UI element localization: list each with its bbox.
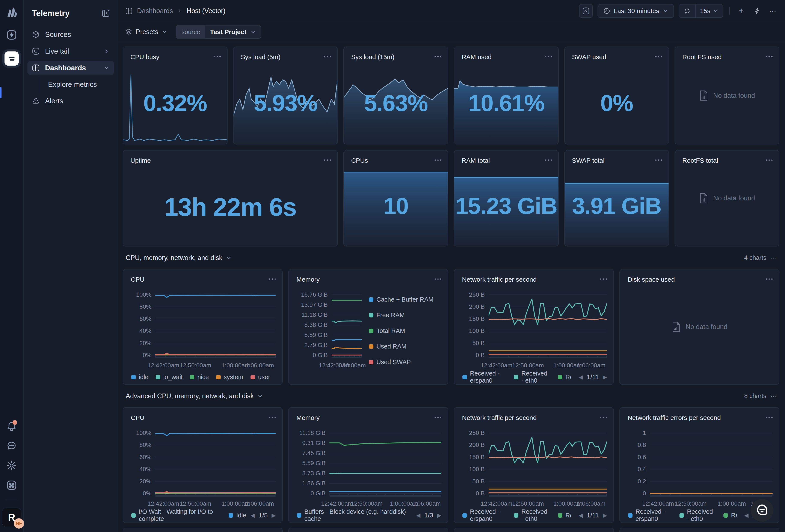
panel-view-button[interactable] xyxy=(579,4,593,18)
chart-plot[interactable] xyxy=(329,432,441,497)
legend-item[interactable]: Received - eth0 xyxy=(514,508,551,522)
theme-sun-icon[interactable] xyxy=(6,460,17,471)
chart-card[interactable]: CPU0%20%40%60%80%100%12:42:00am12:50:00a… xyxy=(123,407,283,523)
stat-card[interactable]: Sys load (15m)5.63% xyxy=(344,47,448,144)
legend-prev-button[interactable]: ◀ xyxy=(251,512,255,519)
add-panel-button[interactable]: + xyxy=(736,5,747,17)
card-menu-button[interactable] xyxy=(434,414,441,418)
legend-next-button[interactable]: ▶ xyxy=(437,512,441,519)
card-menu-button[interactable] xyxy=(766,53,773,57)
card-menu-button[interactable] xyxy=(545,53,552,57)
legend-item[interactable]: I/O Wait - Waiting for I/O to complete xyxy=(131,508,221,522)
legend-item[interactable]: Received - eth0 xyxy=(514,370,551,384)
section-title[interactable]: CPU, memory, network, and disk xyxy=(126,254,232,262)
legend-item[interactable]: Received xyxy=(724,512,737,519)
avatar[interactable]: R NF xyxy=(2,508,21,527)
legend-item[interactable]: system xyxy=(216,374,244,381)
stat-card[interactable]: Uptime13h 22m 6s xyxy=(123,150,338,246)
chart-card[interactable]: Network traffic per second0 B50 B100 B15… xyxy=(454,407,614,523)
card-menu-button[interactable] xyxy=(766,414,773,418)
presets-dropdown[interactable]: Presets xyxy=(125,28,167,36)
card-menu-button[interactable] xyxy=(434,157,441,161)
card-menu-button[interactable] xyxy=(655,157,662,161)
rail-item-live-events[interactable] xyxy=(4,28,19,42)
stat-card[interactable]: Sys load (5m)5.93% xyxy=(233,47,338,144)
legend-item[interactable]: Received xyxy=(558,512,572,519)
chart-card[interactable]: Memory0 GiB1.86 GiB3.73 GiB5.59 GiB7.45 … xyxy=(288,407,448,523)
legend-item[interactable]: Received - erspan0 xyxy=(462,508,507,522)
stat-card[interactable]: SWAP total3.91 GiB xyxy=(564,150,669,246)
card-menu-button[interactable] xyxy=(655,53,662,57)
chart-card[interactable]: Memory0 GiB2.79 GiB5.59 GiB8.38 GiB11.18… xyxy=(288,269,448,385)
source-filter[interactable]: source Test Project xyxy=(176,25,261,39)
card-menu-button[interactable] xyxy=(434,276,441,280)
chart-plot[interactable] xyxy=(488,432,607,497)
card-menu-button[interactable] xyxy=(324,157,331,161)
legend-item[interactable]: Used SWAP xyxy=(369,358,441,366)
chart-plot[interactable] xyxy=(650,432,773,497)
stat-card[interactable]: RAM total15.23 GiB xyxy=(454,150,559,246)
help-chat-button[interactable] xyxy=(751,499,774,522)
section-title[interactable]: Advanced CPU, memory, network, and disk xyxy=(126,392,263,400)
card-menu-button[interactable] xyxy=(766,276,773,280)
feedback-chat-icon[interactable] xyxy=(6,440,17,451)
more-options-button[interactable]: ⋯ xyxy=(767,5,779,17)
chart-plot[interactable] xyxy=(332,294,362,358)
stat-card[interactable]: CPUs10 xyxy=(344,150,448,246)
stat-card[interactable]: RAM used10.61% xyxy=(454,47,559,144)
section-menu-button[interactable]: ⋯ xyxy=(770,254,777,262)
legend-item[interactable]: Received - erspan0 xyxy=(628,508,672,522)
refresh-interval-select[interactable]: 15s xyxy=(696,4,723,17)
legend-item[interactable]: Received - erspan0 xyxy=(462,370,507,384)
card-menu-button[interactable] xyxy=(324,53,331,57)
legend-prev-button[interactable]: ◀ xyxy=(579,512,583,519)
chart-plot[interactable] xyxy=(488,294,607,358)
legend-item[interactable]: Used RAM xyxy=(369,343,441,350)
chart-card[interactable]: Network traffic per second0 B50 B100 B15… xyxy=(454,269,614,385)
card-menu-button[interactable] xyxy=(214,53,221,57)
legend-item[interactable]: Received - eth0 xyxy=(680,508,716,522)
legend-prev-button[interactable]: ◀ xyxy=(744,512,749,519)
chart-card[interactable]: CPU0%20%40%60%80%100%12:42:00am12:50:00a… xyxy=(123,269,283,385)
chart-card[interactable]: Disk space usedNo data found xyxy=(619,269,779,385)
legend-item[interactable]: user xyxy=(251,374,270,381)
card-menu-button[interactable] xyxy=(269,414,276,418)
legend-prev-button[interactable]: ◀ xyxy=(579,374,583,380)
chart-plot[interactable] xyxy=(155,432,276,497)
chart-plot[interactable] xyxy=(155,294,276,358)
command-shortcuts-icon[interactable] xyxy=(6,480,17,491)
legend-item[interactable]: Buffers - Block device (e.g. harddisk) c… xyxy=(297,508,409,522)
legend-prev-button[interactable]: ◀ xyxy=(416,512,421,519)
card-menu-button[interactable] xyxy=(766,157,773,161)
legend-item[interactable]: nice xyxy=(190,374,209,381)
collapse-sidebar-icon[interactable] xyxy=(101,8,110,18)
legend-next-button[interactable]: ▶ xyxy=(603,374,607,380)
card-menu-button[interactable] xyxy=(600,276,607,280)
stat-card[interactable]: Root FS usedNo data found xyxy=(675,47,779,144)
legend-item[interactable]: Total RAM xyxy=(369,327,441,335)
legend-item[interactable]: Free RAM xyxy=(369,312,441,319)
breadcrumb-root[interactable]: Dashboards xyxy=(137,7,173,15)
card-menu-button[interactable] xyxy=(434,53,441,57)
section-menu-button[interactable]: ⋯ xyxy=(770,393,777,400)
card-menu-button[interactable] xyxy=(545,157,552,161)
app-logo-icon[interactable] xyxy=(5,6,18,19)
sidebar-item-dashboards[interactable]: Dashboards xyxy=(27,61,114,75)
time-range-picker[interactable]: Last 30 minutes xyxy=(598,4,674,18)
stat-card[interactable]: SWAP used0% xyxy=(564,47,669,144)
stat-card[interactable]: RootFS totalNo data found xyxy=(675,150,779,246)
alerts-lightning-button[interactable] xyxy=(752,5,763,17)
sidebar-item-alerts[interactable]: Alerts xyxy=(27,94,114,108)
card-menu-button[interactable] xyxy=(269,276,276,280)
refresh-button[interactable] xyxy=(679,4,696,17)
sidebar-item-explore-metrics[interactable]: Explore metrics xyxy=(27,78,114,91)
legend-item[interactable]: Received xyxy=(558,374,572,381)
sidebar-item-live-tail[interactable]: Live tail xyxy=(27,44,114,58)
legend-next-button[interactable]: ▶ xyxy=(603,512,607,519)
legend-next-button[interactable]: ▶ xyxy=(272,512,276,519)
notifications-bell-icon[interactable] xyxy=(6,421,17,432)
rail-item-telemetry-active[interactable] xyxy=(4,51,19,65)
stat-card[interactable]: CPU busy0.32% xyxy=(123,47,228,144)
legend-item[interactable]: Idle xyxy=(229,512,243,519)
card-menu-button[interactable] xyxy=(600,414,607,418)
